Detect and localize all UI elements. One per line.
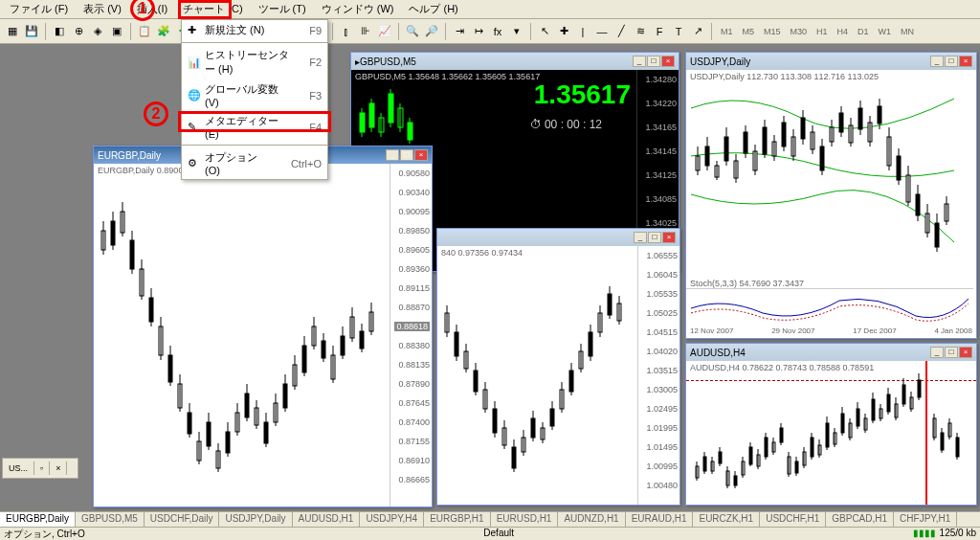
window-usdjpy-daily[interactable]: USDJPY,Daily _□× USDJPY,Daily 112.730 11… [685,52,977,339]
tab-eurczk[interactable]: EURCZK,H1 [693,512,760,527]
min-restore-icon[interactable]: ▫ [34,461,50,475]
menu-tools[interactable]: ツール (T) [251,0,314,19]
tab-eurgbph1[interactable]: EURGBP,H1 [424,512,491,527]
cursor-icon[interactable]: ↖ [536,23,553,40]
chart-audusd[interactable]: AUDUSD,H4 0.78622 0.78743 0.78588 0.7859… [686,361,976,505]
line-icon[interactable]: 📈 [376,23,393,40]
tab-audnzd[interactable]: AUDNZD,H1 [558,512,625,527]
menu-window[interactable]: ウィンドウ (W) [314,0,402,19]
titlebar-extra[interactable]: _□× [437,229,679,246]
max-icon[interactable]: □ [945,347,958,358]
menu-item-global[interactable]: 🌐 グローバル変数 (V) F3 [182,79,327,111]
chart-usdjpy[interactable]: USDJPY,Daily 112.730 113.308 112.716 113… [686,70,976,338]
connection-icon: ▮▮▮▮ [913,528,936,540]
tf-h1[interactable]: H1 [813,27,832,36]
minimized-window[interactable]: US... ▫ × [2,458,78,479]
window-eurgbp-daily[interactable]: EURGBP,Daily _□× EURGBP,Daily 0.89009 0.… [93,146,433,507]
tab-usdjpy[interactable]: USDJPY,Daily [219,512,292,527]
tab-chfjpy[interactable]: CHFJPY,H1 [894,512,957,527]
tf-m1[interactable]: M1 [717,27,737,36]
menu-item-metaeditor[interactable]: ✎ メタエディター (E) F4 [182,111,327,143]
tf-h4[interactable]: H4 [834,27,853,36]
tab-usdjpyh4[interactable]: USDJPY,H4 [360,512,424,527]
close-icon[interactable]: × [414,149,428,161]
menu-item-history[interactable]: 📊 ヒストリーセンター (H) F2 [182,45,327,79]
crosshair-icon[interactable]: ✚ [555,23,572,40]
tf-m5[interactable]: M5 [739,27,759,36]
arrow-icon[interactable]: ↗ [689,23,706,40]
order-icon: ✚ [188,24,205,36]
tab-usdchfh1[interactable]: USDCHF,H1 [760,512,826,527]
tf-mn[interactable]: MN [897,27,918,36]
zoomout-icon[interactable]: 🔎 [423,23,440,40]
menu-insert[interactable]: 挿入(I) [129,0,175,19]
min-icon[interactable]: _ [386,149,399,161]
close-icon[interactable]: × [662,232,676,243]
tab-eurgbp[interactable]: EURGBP,Daily [0,512,76,527]
hline-icon[interactable]: — [593,23,611,40]
tab-euraud[interactable]: EURAUD,H1 [626,512,694,527]
titlebar-audusd[interactable]: AUDUSD,H4 _□× [686,344,976,361]
tf-m15[interactable]: M15 [760,27,785,36]
toolbar: ▦ 💾 ◧ ⊕ ◈ ▣ 📋 🧩 ✚ ⫿ ⊪ 📈 🔍 🔎 ⇥ ↦ fx ▾ ↖ ✚… [0,19,980,44]
window-audusd-h4[interactable]: AUDUSD,H4 _□× AUDUSD,H4 0.78622 0.78743 … [685,343,977,506]
titlebar-gbpusd[interactable]: ▸ GBPUSD,M5 _ □ × [351,53,679,70]
vline-icon[interactable]: | [574,23,591,40]
menu-file[interactable]: ファイル (F) [2,0,76,19]
text-icon[interactable]: T [670,23,687,40]
tab-audusd[interactable]: AUDUSD,H1 [293,512,361,527]
tab-eurusd[interactable]: EURUSD,H1 [491,512,559,527]
tab-usdchf[interactable]: USDCHF,Daily [145,512,220,527]
fibo-icon[interactable]: F [651,23,668,40]
min-tab[interactable]: US... [3,461,34,475]
menu-item-neworder[interactable]: ✚ 新規注文 (N) F9 [182,20,327,40]
window-extra[interactable]: _□× 840 0.97356 0.97434 [436,228,680,506]
stoch-svg [686,288,973,326]
menu-help[interactable]: ヘルプ (H) [401,0,465,19]
close-icon[interactable]: × [959,56,972,67]
nav-3-icon[interactable]: ◈ [89,23,106,40]
bars-icon[interactable]: ⫿ [338,23,355,40]
candles-icon[interactable]: ⊪ [357,23,374,40]
min-icon[interactable]: _ [930,347,944,358]
close-icon[interactable]: × [959,347,972,358]
tf-m30[interactable]: M30 [787,27,812,36]
autoscroll-icon[interactable]: ⇥ [451,23,468,40]
max-icon[interactable]: □ [647,56,660,67]
expert-icon[interactable]: 🧩 [155,23,172,40]
menu-chart[interactable]: チャート (C) [175,0,250,19]
tab-gbpcad[interactable]: GBPCAD,H1 [826,512,894,527]
min-icon[interactable]: _ [633,56,646,67]
min-close-icon[interactable]: × [50,461,67,475]
nav-1-icon[interactable]: ◧ [51,23,68,40]
max-icon[interactable]: □ [648,232,661,243]
save-icon[interactable]: 💾 [23,23,40,40]
menu-item-options[interactable]: ⚙ オプション (O) Ctrl+O [182,147,327,179]
titlebar-usdjpy[interactable]: USDJPY,Daily _□× [686,53,976,70]
shift-icon[interactable]: ↦ [470,23,487,40]
max-icon[interactable]: □ [400,149,413,161]
nav-4-icon[interactable]: ▣ [108,23,125,40]
indicators-icon[interactable]: fx [489,23,506,40]
trend-icon[interactable]: ╱ [612,23,630,40]
chart-eurgbp[interactable]: EURGBP,Daily 0.89009 0.89100 0.88618 0.8… [94,164,432,506]
templates-icon[interactable]: ▾ [508,23,525,40]
min-icon[interactable]: _ [930,56,944,67]
candles-svg [437,256,638,505]
tab-gbpusd[interactable]: GBPUSD,M5 [76,512,145,527]
date-axis: 12 Nov 200729 Nov 200717 Dec 20074 Jan 2… [686,326,976,338]
menu-view[interactable]: 表示 (V) [76,0,129,19]
min-icon[interactable]: _ [634,232,647,243]
max-icon[interactable]: □ [945,56,958,67]
edit-icon: ✎ [188,121,205,133]
channel-icon[interactable]: ≋ [632,23,649,40]
tools-dropdown: ✚ 新規注文 (N) F9 📊 ヒストリーセンター (H) F2 🌐 グローバル… [181,19,328,180]
tf-d1[interactable]: D1 [854,27,873,36]
zoomin-icon[interactable]: 🔍 [404,23,421,40]
nav-2-icon[interactable]: ⊕ [70,23,87,40]
close-icon[interactable]: × [661,56,675,67]
chart-extra[interactable]: 840 0.97356 0.97434 [437,246,679,505]
tf-w1[interactable]: W1 [875,27,896,36]
order-icon[interactable]: 📋 [136,23,153,40]
new-chart-icon[interactable]: ▦ [4,23,21,40]
